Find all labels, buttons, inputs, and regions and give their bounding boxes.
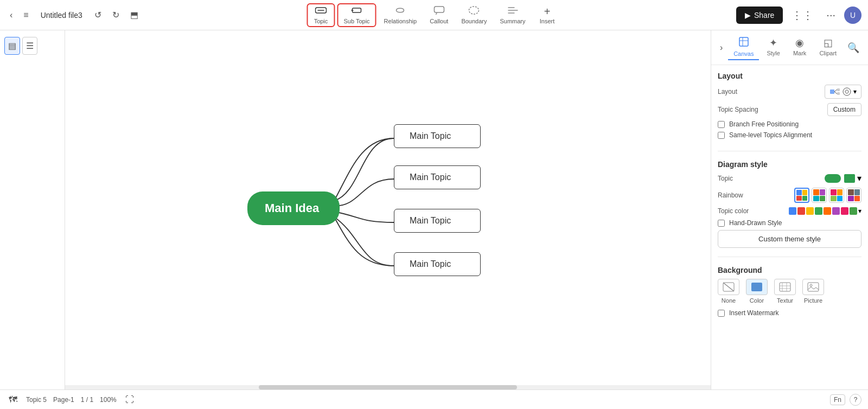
more-button[interactable]: ··· — [822, 7, 840, 23]
color-swatch-1[interactable] — [789, 207, 796, 215]
svg-rect-9 — [739, 37, 748, 46]
subtopic-button[interactable]: Sub Topic — [337, 3, 376, 27]
subtopic-icon — [351, 5, 363, 17]
color-dropdown-arrow[interactable]: ▾ — [858, 207, 861, 215]
topic-color-label: Topic color — [718, 207, 749, 215]
clipart-tab-icon: ◱ — [824, 37, 833, 49]
style-tab-icon: ✦ — [769, 37, 777, 49]
bg-picture-option[interactable]: Picture — [802, 279, 824, 304]
view-list-button[interactable]: ☰ — [22, 37, 37, 55]
scrollbar[interactable] — [65, 385, 711, 389]
color-swatch-6[interactable] — [832, 207, 840, 215]
color-swatch-5[interactable] — [824, 207, 831, 215]
canvas-tab-icon — [739, 37, 749, 49]
fullscreen-button[interactable]: ⛶ — [123, 394, 136, 406]
rainbow-opt-2[interactable] — [812, 188, 827, 203]
fn-button[interactable]: Fn — [830, 394, 845, 405]
background-section: Background None — [718, 266, 861, 320]
topic-spacing-value[interactable]: Custom — [827, 103, 861, 116]
map-view-button[interactable]: 🗺 — [7, 394, 20, 406]
callout-button[interactable]: Callout — [424, 3, 454, 27]
color-swatch-2[interactable] — [797, 207, 805, 215]
summary-button[interactable]: Summary — [494, 3, 531, 27]
main-topic-node-1[interactable]: Main Topic — [394, 124, 481, 148]
export-button[interactable]: ⬒ — [127, 7, 142, 23]
style-tab-label: Style — [767, 50, 780, 56]
layout-selector[interactable]: ▾ — [825, 85, 861, 99]
mark-tab-icon: ◉ — [795, 37, 804, 49]
background-title: Background — [718, 266, 861, 274]
menu-button[interactable]: ≡ — [20, 7, 31, 23]
insert-label: Insert — [540, 18, 555, 24]
search-button[interactable]: 🔍 — [845, 40, 861, 56]
redo-button[interactable]: ↻ — [109, 7, 123, 23]
help-button[interactable]: ? — [850, 394, 861, 406]
file-title: Untitled file3 — [36, 11, 87, 20]
color-swatch-7[interactable] — [841, 207, 848, 215]
back-button[interactable]: ‹ — [7, 7, 16, 23]
share-button[interactable]: ▶ Share — [736, 7, 783, 24]
avatar[interactable]: U — [844, 7, 861, 24]
boundary-button[interactable]: Boundary — [456, 3, 492, 27]
topic-style-selector[interactable]: ▾ — [825, 173, 861, 183]
bottom-bar: 🗺 Topic 5 Page-1 1 / 1 100% ⛶ Fn ? — [0, 389, 868, 409]
svg-rect-16 — [837, 92, 840, 95]
bg-none-label: None — [722, 297, 736, 304]
main-topic-node-2[interactable]: Main Topic — [394, 165, 481, 189]
svg-rect-15 — [837, 88, 840, 91]
apps-button[interactable]: ⋮⋮ — [787, 7, 818, 24]
rainbow-opt-3[interactable] — [829, 188, 844, 203]
branch-free-checkbox[interactable] — [718, 121, 725, 128]
tab-clipart[interactable]: ◱ Clipart — [814, 35, 842, 60]
hand-drawn-checkbox[interactable] — [718, 220, 725, 227]
toolbar: ‹ ≡ Untitled file3 ↺ ↻ ⬒ Topic — [0, 0, 868, 30]
svg-line-18 — [723, 283, 734, 291]
topic-label: Topic — [314, 18, 328, 24]
watermark-checkbox[interactable] — [718, 310, 725, 317]
topic-button[interactable]: Topic — [307, 3, 335, 27]
rainbow-opt-1[interactable] — [794, 188, 809, 203]
tab-style[interactable]: ✦ Style — [761, 35, 785, 60]
hand-drawn-row: Hand-Drawn Style — [718, 219, 861, 227]
layout-dropdown-left — [843, 87, 851, 96]
rainbow-opt-4[interactable] — [846, 188, 861, 203]
rainbow-label: Rainbow — [718, 191, 743, 199]
main-topic-text-1: Main Topic — [410, 131, 451, 140]
main-idea-node[interactable]: Main Idea — [247, 191, 340, 225]
scrollbar-thumb[interactable] — [259, 385, 517, 389]
undo-button[interactable]: ↺ — [91, 7, 105, 23]
tab-canvas[interactable]: Canvas — [728, 35, 759, 60]
bg-none-option[interactable]: None — [718, 279, 739, 304]
collapse-button[interactable]: › — [718, 41, 725, 55]
color-swatch-3[interactable] — [806, 207, 814, 215]
custom-theme-button[interactable]: Custom theme style — [718, 230, 861, 248]
main-topic-node-4[interactable]: Main Topic — [394, 252, 481, 276]
color-swatches[interactable]: ▾ — [789, 207, 861, 215]
bg-color-option[interactable]: Color — [746, 279, 768, 304]
bg-texture-label: Textur — [777, 297, 793, 304]
main-topic-text-4: Main Topic — [410, 259, 451, 269]
relationship-button[interactable]: Relationship — [379, 3, 423, 27]
clipart-tab-label: Clipart — [819, 50, 837, 56]
callout-label: Callout — [430, 18, 448, 24]
bg-picture-icon — [802, 279, 824, 295]
svg-rect-12 — [830, 90, 834, 94]
bg-picture-label: Picture — [804, 297, 822, 304]
view-grid-button[interactable]: ▤ — [4, 37, 20, 55]
bg-texture-option[interactable]: Textur — [774, 279, 796, 304]
right-panel-header: › Canvas ✦ Style — [711, 30, 868, 65]
right-tabs: Canvas ✦ Style ◉ Mark ◱ Clipart — [727, 35, 843, 60]
color-swatch-4[interactable] — [815, 207, 822, 215]
insert-button[interactable]: + Insert — [533, 3, 561, 27]
svg-rect-22 — [808, 283, 819, 291]
topic-spacing-label: Topic Spacing — [718, 106, 758, 113]
main-topic-node-3[interactable]: Main Topic — [394, 209, 481, 233]
zoom-level: 100% — [100, 396, 117, 404]
summary-label: Summary — [500, 18, 525, 24]
tab-mark[interactable]: ◉ Mark — [788, 35, 812, 60]
right-panel-body: Layout Layout — [711, 65, 868, 327]
canvas-area[interactable]: Main Idea Main Topic Main Topic — [65, 30, 711, 389]
color-swatch-8[interactable] — [850, 207, 857, 215]
hand-drawn-label: Hand-Drawn Style — [729, 219, 782, 227]
same-level-checkbox[interactable] — [718, 132, 725, 139]
